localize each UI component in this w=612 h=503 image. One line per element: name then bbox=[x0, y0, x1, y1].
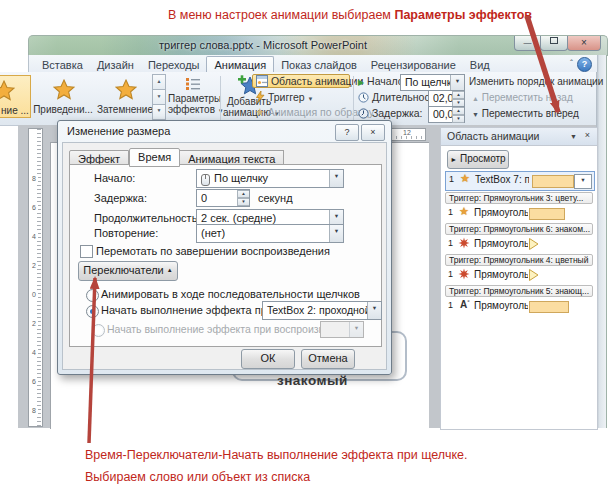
gallery-item-label: ние ... bbox=[0, 105, 30, 116]
radio-click-sequence[interactable] bbox=[86, 289, 99, 302]
annotation-top-text: В меню настроек анимации выбираем bbox=[168, 8, 394, 22]
pane-effect-item[interactable]: 1 A° Прямоугольн... bbox=[445, 298, 593, 314]
radio-on-click-of[interactable] bbox=[86, 305, 99, 318]
annotation-bottom-line2: Выбираем слово или объект из списка bbox=[85, 470, 310, 484]
tab-design[interactable]: Дизайн bbox=[90, 57, 141, 72]
tab-transitions[interactable]: Переходы bbox=[141, 57, 207, 72]
tab-review[interactable]: Рецензирование bbox=[364, 57, 463, 72]
emphasis-star-icon bbox=[458, 268, 470, 280]
tab-insert[interactable]: Вставка bbox=[35, 57, 90, 72]
screenshot-canvas: В меню настроек анимации выбираем Параме… bbox=[0, 0, 612, 503]
pane-effect-item[interactable]: 1 ★ Прямоугольн... bbox=[445, 205, 593, 221]
tab-view[interactable]: Вид bbox=[463, 57, 497, 72]
spinner[interactable]: ▲▼ bbox=[452, 91, 464, 106]
gallery-scroll-up-icon[interactable]: ▲ bbox=[152, 74, 166, 90]
move-earlier-button[interactable]: ▲ Переместить назад bbox=[472, 92, 573, 103]
animation-painter-button[interactable]: ★ Анимация по образцу bbox=[252, 105, 350, 119]
dropdown-icon: ▼ bbox=[307, 96, 313, 102]
gallery-more-icon[interactable]: ▼ bbox=[152, 104, 166, 120]
spinner[interactable]: ▲▼ bbox=[237, 190, 249, 206]
repeat-combo[interactable]: (нет) ▼ bbox=[196, 224, 344, 243]
star-icon: ★ bbox=[255, 106, 265, 118]
dropdown-icon: ▼ bbox=[349, 322, 363, 337]
pane-effect-item[interactable]: 1 Прямоугольн... bbox=[445, 267, 593, 283]
timeline-bar[interactable] bbox=[532, 175, 574, 188]
trigger-timeline-icon[interactable] bbox=[529, 269, 539, 281]
ribbon-delay-spin[interactable]: 00,00 ▲▼ bbox=[428, 106, 465, 123]
restore-button[interactable] bbox=[540, 36, 568, 51]
start-combo[interactable]: По щелчку ▼ bbox=[196, 169, 344, 188]
gallery-scroll-down-icon[interactable]: ▼ bbox=[152, 89, 166, 105]
spinner[interactable]: ▲▼ bbox=[452, 107, 464, 122]
timeline-bar[interactable] bbox=[529, 208, 565, 220]
mouse-click-icon bbox=[201, 174, 210, 186]
animation-pane-button[interactable]: Область анимации bbox=[252, 74, 350, 88]
pane-trigger-header[interactable]: Триггер: Прямоугольник 3: цвету... bbox=[445, 192, 593, 204]
on-play-target-combo: ▼ bbox=[320, 321, 364, 338]
pane-effect-item[interactable]: 1 ★ TextBox 7: пр... ▼ bbox=[445, 171, 595, 191]
dialog-close-button[interactable]: × bbox=[361, 124, 385, 141]
gallery-scrollbar: ▲ ▼ ▼ bbox=[152, 75, 166, 120]
start-icon: ▶ bbox=[358, 78, 364, 87]
animation-pane-icon bbox=[256, 75, 268, 87]
timeline-bar[interactable] bbox=[529, 301, 569, 313]
tab-animations[interactable]: Анимация bbox=[206, 56, 274, 72]
repeat-label: Повторение: bbox=[94, 227, 158, 239]
item-dropdown-icon[interactable]: ▼ bbox=[574, 174, 592, 189]
delay-spin[interactable]: 0 ▲▼ bbox=[196, 189, 250, 207]
gallery-item-fade-in[interactable]: Приведени... bbox=[32, 75, 94, 116]
tab-slideshow[interactable]: Показ слайдов bbox=[274, 57, 364, 72]
window-title: триггер слова.pptx - Microsoft PowerPoin… bbox=[29, 39, 497, 51]
on-click-target-combo[interactable]: TextBox 2: проходной ▼ bbox=[262, 301, 382, 320]
help-button[interactable]: ? bbox=[577, 57, 592, 72]
dropdown-icon[interactable]: ▼ bbox=[329, 225, 343, 242]
radio-on-play-of[interactable] bbox=[92, 324, 105, 337]
pane-trigger-header[interactable]: Триггер: Прямоугольник 4: цветный bbox=[445, 254, 593, 266]
vertical-ruler: 8 6 4 2 0 2 4 6 8 bbox=[28, 128, 43, 427]
move-later-button[interactable]: ▼ Переместить вперед bbox=[472, 108, 579, 119]
dropdown-icon[interactable]: ▼ bbox=[367, 302, 381, 319]
gallery-item-darken[interactable]: Затемнение bbox=[96, 75, 154, 116]
pane-effect-item[interactable]: 1 Прямоугольн... bbox=[445, 236, 593, 252]
dialog-content: ЭффектВремяАнимация текста Начало: По ще… bbox=[62, 142, 387, 370]
trigger-button[interactable]: Триггер ▼ bbox=[252, 90, 350, 104]
ribbon-duration-spin[interactable]: 02,00 ▲▼ bbox=[428, 90, 465, 107]
minimize-button[interactable]: — bbox=[514, 36, 541, 51]
dropdown-icon[interactable]: ▼ bbox=[450, 75, 464, 90]
window-controls: — × bbox=[515, 36, 601, 51]
ok-button[interactable]: ОК bbox=[241, 349, 295, 369]
pane-trigger-header[interactable]: Триггер: Прямоугольник 6: знаком... bbox=[445, 223, 593, 235]
cancel-button[interactable]: Отмена bbox=[301, 349, 355, 369]
annotation-bottom-line1: Время-Переключатели-Начать выполнение эф… bbox=[85, 448, 467, 462]
window-titlebar: триггер слова.pptx - Microsoft PowerPoin… bbox=[28, 35, 608, 56]
dropdown-icon[interactable]: ▼ bbox=[329, 170, 343, 187]
minimize-ribbon-icon[interactable]: ˆ bbox=[570, 58, 573, 68]
play-icon: ► bbox=[450, 156, 457, 163]
star-icon bbox=[53, 79, 75, 101]
timing-tab-page: Начало: По щелчку ▼ Задержка: 0 ▲▼ секун… bbox=[69, 164, 382, 347]
start-label: Начало: bbox=[94, 172, 135, 184]
ribbon-start-combo[interactable]: По щелчку ▼ bbox=[400, 74, 465, 91]
gallery-item-selected-cut[interactable]: ние ... bbox=[0, 75, 31, 118]
trigger-timeline-icon[interactable] bbox=[529, 238, 539, 250]
duration-clock-icon bbox=[358, 92, 369, 103]
close-button[interactable]: × bbox=[567, 36, 601, 51]
pane-close-icon[interactable]: × bbox=[582, 130, 593, 141]
dialog-help-button[interactable]: ? bbox=[335, 124, 359, 141]
radio-click-sequence-label: Анимировать в ходе последовательности ще… bbox=[101, 288, 360, 300]
star-icon: ★ bbox=[459, 205, 469, 218]
rewind-checkbox[interactable] bbox=[80, 245, 93, 258]
play-preview-button[interactable]: ► Просмотр bbox=[447, 150, 509, 169]
effect-options-button[interactable]: Параметры эффектов ▼ bbox=[168, 74, 218, 120]
pane-menu-icon[interactable]: ▼ bbox=[568, 131, 579, 142]
ribbon-tabs: Вставка Дизайн Переходы Анимация Показ с… bbox=[35, 55, 497, 72]
pane-trigger-header[interactable]: Триггер: Прямоугольник 5: знающ... bbox=[445, 285, 593, 297]
animation-pane-header: Область анимации ▼ × bbox=[441, 128, 597, 146]
delay-label: Задержка: bbox=[94, 192, 147, 204]
close-icon: × bbox=[581, 37, 587, 48]
slide-text[interactable]: знакомый bbox=[277, 373, 348, 388]
delay-clock-icon bbox=[358, 108, 369, 119]
tab-timing[interactable]: Время bbox=[129, 148, 180, 167]
triggers-expander-button[interactable]: Переключатели ▲ bbox=[78, 261, 178, 281]
animation-pane-title: Область анимации bbox=[447, 130, 539, 142]
